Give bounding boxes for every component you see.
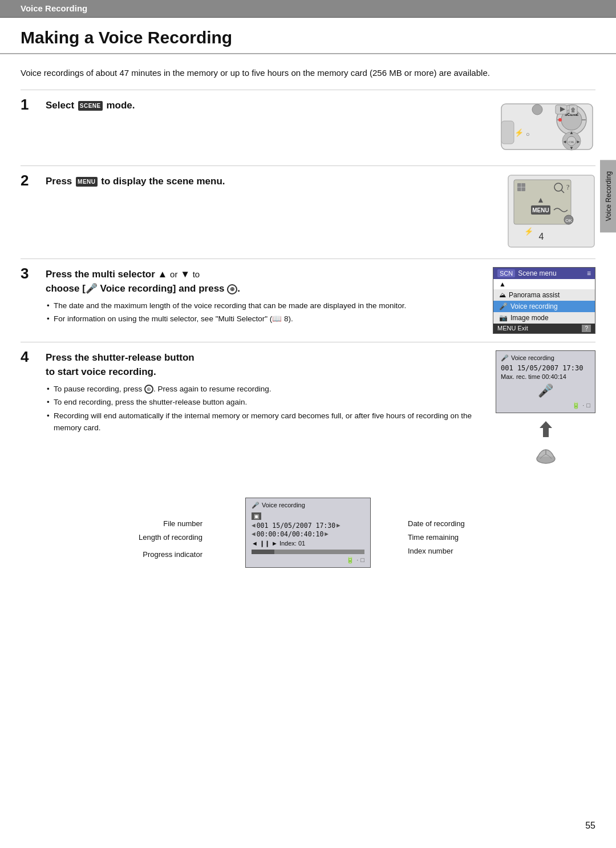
step-1-title: Select SCENE mode. bbox=[46, 98, 488, 113]
vrb-title-label: Voice recording bbox=[262, 502, 305, 508]
step-4-number: 4 bbox=[21, 348, 41, 366]
step-3-image: SCN Scene menu ≡ ▲ ⛰ Panorama assist 🎤 V… bbox=[493, 267, 595, 334]
menu-item-panorama: ⛰ Panorama assist bbox=[493, 289, 595, 301]
menu-item-voice-recording: 🎤 Voice recording bbox=[493, 301, 595, 312]
vrb-mem-icon: □ bbox=[360, 556, 364, 564]
svg-text:OK: OK bbox=[569, 140, 574, 144]
vrb-battery: 🔋 · □ bbox=[252, 556, 364, 564]
vrb-index-row: ◄ ❙❙ ► Index: 01 bbox=[252, 540, 305, 547]
step-4-content: Press the shutter-release buttonto start… bbox=[46, 350, 487, 435]
vr-mic-icon: 🎤 bbox=[501, 354, 509, 362]
svg-text:⚡: ⚡ bbox=[514, 128, 524, 138]
page-title: Making a Voice Recording bbox=[0, 18, 616, 54]
label-time-remaining: Time remaining bbox=[408, 533, 502, 542]
bullet-3-2: For information on using the multi selec… bbox=[46, 313, 483, 325]
svg-point-22 bbox=[558, 118, 562, 122]
vrb-controls: ◄ ❙❙ ► Index: 01 bbox=[252, 540, 364, 547]
vrb-film-icon: ▣ bbox=[252, 512, 261, 520]
step-2-number: 2 bbox=[21, 172, 41, 189]
vrb-progress-bar bbox=[252, 550, 364, 554]
svg-text:OK: OK bbox=[565, 218, 572, 223]
battery-icon: 🔋 bbox=[572, 402, 580, 409]
label-index-number: Index number bbox=[408, 547, 502, 555]
bullet-3-1: The date and the maximum length of the v… bbox=[46, 300, 483, 312]
step-1-image: SCENE 🗑 ⚡ ○ OK bbox=[499, 98, 595, 158]
label-length-of-recording: Length of recording bbox=[114, 533, 202, 542]
vrb-mic-icon: 🎤 bbox=[252, 502, 260, 509]
svg-text:▲: ▲ bbox=[537, 196, 545, 204]
vrb-length-row: ◀ 00:00:04/00:40:10 ▶ bbox=[252, 530, 364, 538]
svg-marker-38 bbox=[540, 421, 552, 437]
scroll-up-icon: ▲ bbox=[499, 280, 506, 288]
vrb-file-date-row: ◀ 001 15/05/2007 17:30 ▶ bbox=[252, 522, 364, 530]
vrb-length: 00:00:04/00:40:10 bbox=[257, 530, 324, 538]
vrb-battery-icon: 🔋 bbox=[346, 556, 354, 564]
main-content: Voice recordings of about 47 minutes in … bbox=[0, 54, 616, 595]
label-progress-indicator: Progress indicator bbox=[114, 550, 202, 559]
bottom-vr-screen-detail: 🎤 Voice recording ▣ ◀ 001 15/05/2007 17:… bbox=[245, 498, 371, 568]
label-file-number: File number bbox=[114, 519, 202, 528]
image-mode-icon: 📷 bbox=[499, 314, 508, 322]
vr-time-row: 001 15/05/2007 17:30 bbox=[501, 364, 590, 372]
svg-text:►: ► bbox=[576, 139, 581, 144]
mic-icon-menu: 🎤 bbox=[499, 302, 508, 310]
step-2-image: ? MENU ▲ OK ⚡ 4 bbox=[507, 174, 595, 251]
help-badge: ? bbox=[582, 325, 591, 332]
svg-text:◄: ◄ bbox=[562, 139, 567, 144]
svg-text:🗑: 🗑 bbox=[570, 107, 576, 113]
step-1-content: Select SCENE mode. bbox=[46, 98, 488, 116]
battery-status: · bbox=[582, 402, 584, 409]
vrb-progress-fill bbox=[252, 550, 274, 554]
scn-badge: SCN bbox=[497, 269, 515, 277]
vr-title-label: Voice recording bbox=[511, 354, 554, 361]
scene-icon: SCENE bbox=[78, 101, 103, 111]
arrow-right-icon-2: ▶ bbox=[325, 530, 329, 538]
step-4-bullets: To pause recording, press ⊛. Press again… bbox=[46, 383, 487, 434]
step-2-content: Press MENU to display the scene menu. bbox=[46, 174, 497, 192]
step-3-number: 3 bbox=[21, 265, 41, 282]
vrb-title: 🎤 Voice recording bbox=[252, 502, 364, 509]
svg-text:▲: ▲ bbox=[569, 130, 574, 135]
svg-text:○: ○ bbox=[526, 131, 530, 138]
section-label: Voice Recording bbox=[21, 3, 87, 13]
menu-icon: MENU bbox=[76, 177, 97, 187]
step-3-title: Press the multi selector ▲ or ▼ to choos… bbox=[46, 267, 483, 296]
bullet-4-1: To pause recording, press ⊛. Press again… bbox=[46, 383, 487, 395]
scene-menu-title: SCN Scene menu ≡ bbox=[493, 268, 595, 279]
vrb-file-date: 001 15/05/2007 17:30 bbox=[257, 522, 335, 530]
arrow-right-icon: ▶ bbox=[337, 522, 341, 529]
step-2-title: Press MENU to display the scene menu. bbox=[46, 174, 497, 189]
section-header: Voice Recording bbox=[0, 0, 616, 18]
camera-top-svg: SCENE 🗑 ⚡ ○ OK bbox=[499, 98, 595, 155]
menu-svg: ? MENU ▲ OK ⚡ 4 bbox=[507, 174, 595, 248]
arrow-left-icon: ◀ bbox=[252, 522, 256, 529]
step-1: 1 Select SCENE mode. SCENE bbox=[21, 90, 595, 165]
vr-battery: 🔋 · □ bbox=[501, 402, 590, 409]
step-3-content: Press the multi selector ▲ or ▼ to choos… bbox=[46, 267, 483, 326]
scene-menu: SCN Scene menu ≡ ▲ ⛰ Panorama assist 🎤 V… bbox=[493, 267, 595, 334]
step-4: 4 Press the shutter-release buttonto sta… bbox=[21, 342, 595, 475]
image-mode-label: Image mode bbox=[510, 314, 549, 322]
side-tab-label: Voice Recording bbox=[605, 171, 613, 221]
bullet-4-3: Recording will end automatically if the … bbox=[46, 410, 487, 434]
arrow-left-icon-2: ◀ bbox=[252, 530, 256, 538]
side-tab: Voice Recording bbox=[600, 160, 616, 232]
svg-text:?: ? bbox=[566, 183, 569, 191]
scroll-arrow: ▲ bbox=[493, 279, 595, 289]
bullet-4-2: To end recording, press the shutter-rele… bbox=[46, 396, 487, 409]
memory-icon: □ bbox=[586, 402, 590, 409]
vr-title: 🎤 Voice recording bbox=[501, 354, 590, 362]
step-2: 2 Press MENU to display the scene menu. … bbox=[21, 165, 595, 259]
menu-item-image-mode: 📷 Image mode bbox=[493, 312, 595, 324]
step-3: 3 Press the multi selector ▲ or ▼ to cho… bbox=[21, 259, 595, 342]
vrb-battery-sep: · bbox=[356, 556, 358, 564]
menu-exit-label: MENU Exit bbox=[497, 325, 528, 332]
vr-mic-large: 🎤 bbox=[501, 383, 590, 398]
menu-lines-icon: ≡ bbox=[587, 269, 591, 277]
down-arrow-svg bbox=[537, 419, 554, 439]
svg-text:▼: ▼ bbox=[569, 146, 574, 151]
step-3-bullets: The date and the maximum length of the v… bbox=[46, 300, 483, 325]
arrow-down-area bbox=[537, 419, 554, 442]
annotation-container: File number Length of recording Progress… bbox=[114, 480, 502, 595]
voice-rec-screen: 🎤 Voice recording 001 15/05/2007 17:30 M… bbox=[496, 350, 595, 413]
